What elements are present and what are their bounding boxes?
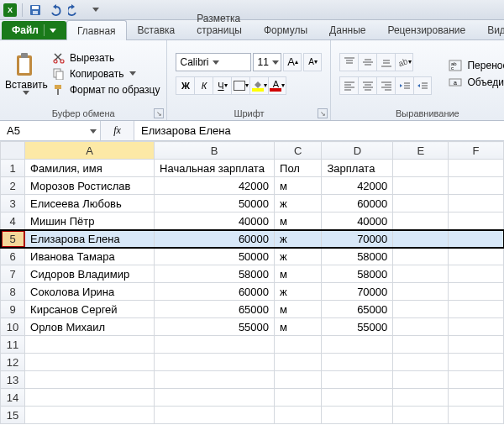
cell[interactable]: Елизарова Елена xyxy=(25,230,155,248)
cell[interactable]: 58000 xyxy=(155,265,275,283)
row-header[interactable]: 13 xyxy=(1,371,25,389)
orientation-button[interactable]: ab▾ xyxy=(395,53,413,71)
cell[interactable]: 70000 xyxy=(322,230,393,248)
cell[interactable] xyxy=(322,389,393,407)
cell[interactable] xyxy=(449,354,504,371)
cell[interactable]: Мишин Пётр xyxy=(25,212,155,230)
cell[interactable] xyxy=(275,371,322,389)
fx-button[interactable]: fx xyxy=(101,121,134,140)
cell[interactable] xyxy=(155,354,275,371)
cell[interactable]: Начальная зарплата xyxy=(155,160,275,177)
cell[interactable] xyxy=(393,195,449,212)
cell[interactable]: Зарплата xyxy=(322,160,393,177)
cell[interactable]: 60000 xyxy=(155,230,275,248)
cell[interactable]: Фамилия, имя xyxy=(25,160,155,177)
paste-button[interactable]: Вставить xyxy=(0,40,53,107)
column-header-A[interactable]: A xyxy=(25,142,155,160)
fill-color-button[interactable]: ▾ xyxy=(249,76,268,95)
cell[interactable] xyxy=(449,318,504,336)
cell[interactable] xyxy=(449,177,504,195)
cell[interactable]: 42000 xyxy=(322,177,393,195)
align-middle-button[interactable] xyxy=(358,53,376,71)
tab-page-layout[interactable]: Разметка страницы xyxy=(186,8,253,39)
cell[interactable] xyxy=(449,336,504,354)
align-right-button[interactable] xyxy=(376,76,395,95)
align-left-button[interactable] xyxy=(339,76,358,95)
bold-button[interactable]: Ж xyxy=(176,76,194,95)
row-header[interactable]: 2 xyxy=(1,177,25,195)
cell[interactable] xyxy=(275,389,322,407)
column-header-F[interactable]: F xyxy=(449,142,504,160)
cell[interactable]: м xyxy=(275,318,322,336)
cell[interactable] xyxy=(393,354,449,371)
cell[interactable] xyxy=(393,336,449,354)
cell[interactable] xyxy=(449,160,504,177)
cell[interactable]: 50000 xyxy=(155,195,275,212)
file-tab[interactable]: Файл xyxy=(2,21,66,39)
column-header-E[interactable]: E xyxy=(393,142,449,160)
cell[interactable] xyxy=(322,371,393,389)
cell[interactable]: ж xyxy=(275,195,322,212)
cell[interactable] xyxy=(449,389,504,407)
cell[interactable] xyxy=(275,407,322,424)
cell[interactable]: 42000 xyxy=(155,177,275,195)
cell[interactable]: 58000 xyxy=(322,248,393,265)
row-header[interactable]: 1 xyxy=(1,160,25,177)
copy-button[interactable]: Копировать xyxy=(53,68,160,80)
cell[interactable] xyxy=(155,336,275,354)
cell[interactable] xyxy=(25,336,155,354)
cell[interactable] xyxy=(393,389,449,407)
italic-button[interactable]: К xyxy=(194,76,213,95)
decrease-indent-button[interactable] xyxy=(395,76,413,95)
cell[interactable] xyxy=(155,407,275,424)
cell[interactable]: Иванова Тамара xyxy=(25,248,155,265)
cell[interactable]: Соколова Ирина xyxy=(25,283,155,301)
qat-customize[interactable] xyxy=(88,3,103,18)
cell[interactable] xyxy=(393,212,449,230)
tab-insert[interactable]: Вставка xyxy=(127,19,186,39)
cell[interactable] xyxy=(449,265,504,283)
row-header[interactable]: 6 xyxy=(1,248,25,265)
row-header[interactable]: 15 xyxy=(1,407,25,424)
cell[interactable] xyxy=(449,230,504,248)
tab-view[interactable]: Вид xyxy=(476,19,504,39)
column-header-D[interactable]: D xyxy=(322,142,393,160)
cell[interactable] xyxy=(393,283,449,301)
formula-input[interactable]: Елизарова Елена xyxy=(134,121,504,140)
cell[interactable] xyxy=(393,371,449,389)
cell[interactable]: 55000 xyxy=(155,318,275,336)
row-header[interactable]: 10 xyxy=(1,318,25,336)
cell[interactable] xyxy=(393,160,449,177)
cell[interactable] xyxy=(25,354,155,371)
cell[interactable] xyxy=(393,248,449,265)
column-header-B[interactable]: B xyxy=(155,142,275,160)
row-header[interactable]: 4 xyxy=(1,212,25,230)
font-size-combo[interactable]: 11 xyxy=(253,53,281,71)
row-header[interactable]: 9 xyxy=(1,301,25,318)
cell[interactable] xyxy=(322,407,393,424)
cell[interactable]: ж xyxy=(275,230,322,248)
redo-button[interactable] xyxy=(68,3,83,18)
cell[interactable]: ж xyxy=(275,283,322,301)
cell[interactable] xyxy=(25,407,155,424)
cell[interactable]: Пол xyxy=(275,160,322,177)
cell[interactable] xyxy=(155,389,275,407)
cut-button[interactable]: Вырезать xyxy=(53,52,160,64)
merge-center-button[interactable]: a Объедини xyxy=(449,76,504,88)
row-header[interactable]: 5 xyxy=(1,230,25,248)
tab-review[interactable]: Рецензирование xyxy=(376,19,476,39)
cell[interactable] xyxy=(449,248,504,265)
cell[interactable] xyxy=(449,283,504,301)
cell[interactable]: м xyxy=(275,177,322,195)
cell[interactable]: Кирсанов Сергей xyxy=(25,301,155,318)
tab-formulas[interactable]: Формулы xyxy=(253,19,318,39)
cell[interactable]: Елисеева Любовь xyxy=(25,195,155,212)
cell[interactable] xyxy=(449,212,504,230)
cell[interactable]: м xyxy=(275,301,322,318)
cell[interactable] xyxy=(322,336,393,354)
row-header[interactable]: 12 xyxy=(1,354,25,371)
name-box[interactable]: A5 xyxy=(0,121,101,140)
font-color-button[interactable]: A ▾ xyxy=(268,76,286,95)
cell[interactable]: Морозов Ростислав xyxy=(25,177,155,195)
cell[interactable] xyxy=(393,177,449,195)
